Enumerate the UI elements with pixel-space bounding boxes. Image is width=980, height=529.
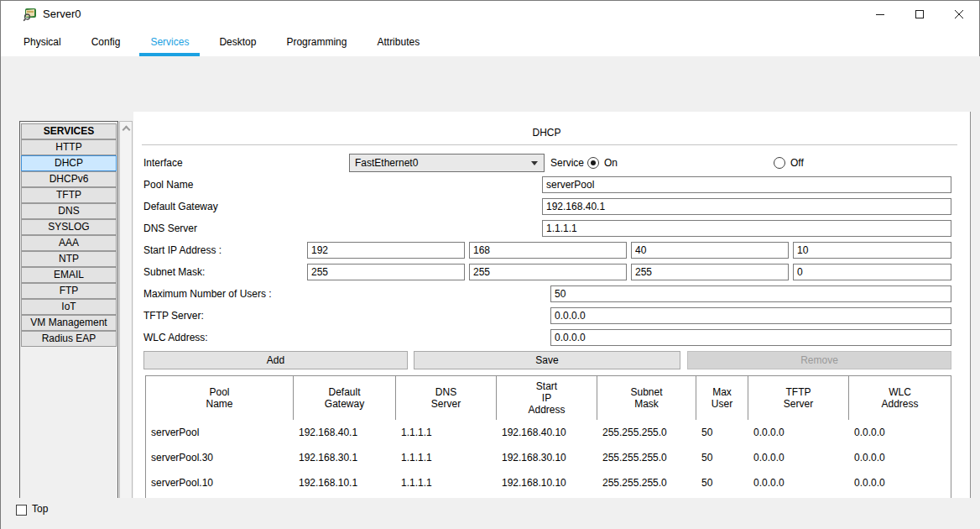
start-ip-octet-3[interactable] bbox=[631, 242, 789, 259]
table-cell: 0.0.0.0 bbox=[748, 470, 849, 495]
sidebar-item-ftp[interactable]: FTP bbox=[21, 283, 117, 299]
table-cell: 50 bbox=[696, 470, 748, 495]
tftp-server-label: TFTP Server: bbox=[143, 307, 204, 324]
sidebar-item-ntp[interactable]: NTP bbox=[21, 251, 117, 267]
subnet-mask-octet-3[interactable] bbox=[631, 264, 789, 280]
service-on-label: On bbox=[604, 154, 618, 172]
close-icon bbox=[955, 10, 964, 19]
sidebar-scrollbar[interactable] bbox=[119, 121, 133, 529]
interface-dropdown-value: FastEthernet0 bbox=[355, 157, 418, 169]
sidebar-item-email[interactable]: EMAIL bbox=[21, 267, 117, 283]
table-header-tftp-server: TFTP Server bbox=[748, 376, 849, 420]
table-cell: 255.255.255.0 bbox=[597, 420, 696, 445]
top-checkbox[interactable] bbox=[16, 505, 27, 516]
sidebar-item-radius-eap[interactable]: Radius EAP bbox=[21, 331, 117, 347]
chevron-down-icon bbox=[531, 161, 538, 165]
save-button[interactable]: Save bbox=[414, 351, 680, 369]
wlc-address-input[interactable] bbox=[550, 329, 951, 346]
sidebar-item-http[interactable]: HTTP bbox=[21, 139, 117, 155]
minimize-icon bbox=[876, 10, 885, 19]
table-cell: serverPool bbox=[146, 420, 294, 445]
sidebar-item-dhcpv6[interactable]: DHCPv6 bbox=[21, 171, 117, 187]
table-header-dns-server: DNS Server bbox=[396, 376, 497, 420]
subnet-mask-octet-2[interactable] bbox=[469, 264, 627, 280]
table-cell: 1.1.1.1 bbox=[396, 445, 497, 470]
tab-services[interactable]: Services bbox=[139, 31, 200, 56]
server-device-icon bbox=[23, 7, 38, 22]
tftp-server-input[interactable] bbox=[550, 307, 951, 324]
tab-physical[interactable]: Physical bbox=[13, 31, 72, 56]
table-cell: 192.168.30.1 bbox=[294, 445, 396, 470]
service-on-radio[interactable] bbox=[587, 157, 599, 169]
separator-line bbox=[142, 144, 957, 145]
tab-config[interactable]: Config bbox=[81, 31, 132, 56]
maximize-button[interactable] bbox=[900, 1, 939, 28]
table-cell: 0.0.0.0 bbox=[748, 445, 849, 470]
start-ip-octet-2[interactable] bbox=[469, 242, 627, 259]
table-cell: 255.255.255.0 bbox=[597, 470, 696, 495]
tab-attributes[interactable]: Attributes bbox=[366, 31, 430, 56]
scroll-up-icon[interactable] bbox=[122, 126, 131, 134]
sidebar-item-dhcp[interactable]: DHCP bbox=[21, 155, 117, 171]
table-cell: 255.255.255.0 bbox=[597, 445, 696, 470]
titlebar: Server0 bbox=[1, 1, 979, 28]
service-label: Service bbox=[550, 154, 584, 172]
subnet-mask-label: Subnet Mask: bbox=[143, 264, 205, 280]
footer-bar: Top bbox=[1, 498, 980, 529]
close-button[interactable] bbox=[940, 1, 978, 28]
sidebar-item-dns[interactable]: DNS bbox=[21, 203, 117, 219]
dhcp-heading: DHCP bbox=[142, 127, 951, 139]
table-cell: serverPool.30 bbox=[146, 445, 294, 470]
pool-name-input[interactable] bbox=[542, 176, 951, 193]
services-sidebar: SERVICESHTTPDHCPDHCPv6TFTPDNSSYSLOGAAANT… bbox=[19, 121, 118, 529]
minimize-button[interactable] bbox=[861, 1, 899, 28]
table-cell: 50 bbox=[696, 420, 748, 445]
sidebar-item-syslog[interactable]: SYSLOG bbox=[21, 219, 117, 235]
sidebar-item-aaa[interactable]: AAA bbox=[21, 235, 117, 251]
sidebar-item-iot[interactable]: IoT bbox=[21, 299, 117, 315]
add-button[interactable]: Add bbox=[143, 351, 408, 369]
table-header-subnet-mask: Subnet Mask bbox=[597, 376, 696, 420]
interface-label: Interface bbox=[143, 154, 183, 172]
tab-desktop[interactable]: Desktop bbox=[208, 31, 267, 56]
default-gateway-label: Default Gateway bbox=[143, 198, 218, 215]
pool-name-label: Pool Name bbox=[143, 176, 193, 193]
service-off-label: Off bbox=[790, 154, 804, 172]
tab-programming[interactable]: Programming bbox=[275, 31, 357, 56]
table-cell: 50 bbox=[696, 445, 748, 470]
table-header-wlc-address: WLC Address bbox=[849, 376, 951, 420]
table-row[interactable]: serverPool.30192.168.30.11.1.1.1192.168.… bbox=[146, 445, 951, 470]
start-ip-octet-1[interactable] bbox=[307, 242, 465, 259]
subnet-mask-octet-1[interactable] bbox=[307, 264, 465, 280]
max-users-label: Maximum Number of Users : bbox=[143, 285, 272, 302]
max-users-input[interactable] bbox=[550, 285, 951, 302]
table-header-max-user: Max User bbox=[696, 376, 748, 420]
service-off-radio[interactable] bbox=[774, 157, 785, 169]
window-title: Server0 bbox=[43, 1, 81, 28]
subnet-mask-octet-4[interactable] bbox=[793, 264, 951, 280]
tab-bar: PhysicalConfigServicesDesktopProgramming… bbox=[1, 28, 979, 56]
start-ip-octet-4[interactable] bbox=[793, 242, 951, 259]
table-cell: 0.0.0.0 bbox=[849, 445, 951, 470]
table-cell: 192.168.40.10 bbox=[497, 420, 597, 445]
table-cell: 0.0.0.0 bbox=[849, 470, 951, 495]
dns-server-label: DNS Server bbox=[143, 220, 197, 237]
wlc-address-label: WLC Address: bbox=[143, 329, 208, 346]
table-cell: 192.168.10.1 bbox=[294, 470, 396, 495]
top-checkbox-label: Top bbox=[32, 503, 48, 515]
server-window: Server0 PhysicalConfigServicesDesktopPro… bbox=[0, 0, 980, 529]
table-cell: 192.168.40.1 bbox=[294, 420, 396, 445]
dns-server-input[interactable] bbox=[542, 220, 951, 237]
table-cell: 0.0.0.0 bbox=[849, 420, 951, 445]
table-row[interactable]: serverPool.10192.168.10.11.1.1.1192.168.… bbox=[146, 470, 951, 495]
table-header-pool-name: Pool Name bbox=[146, 376, 294, 420]
services-page: SERVICESHTTPDHCPDHCPv6TFTPDNSSYSLOGAAANT… bbox=[1, 56, 980, 498]
default-gateway-input[interactable] bbox=[542, 198, 951, 215]
sidebar-item-vm-management[interactable]: VM Management bbox=[21, 315, 117, 331]
table-row[interactable]: serverPool192.168.40.11.1.1.1192.168.40.… bbox=[146, 420, 951, 445]
maximize-icon bbox=[915, 10, 925, 19]
interface-dropdown[interactable]: FastEthernet0 bbox=[349, 154, 545, 172]
table-cell: 192.168.30.10 bbox=[497, 445, 597, 470]
sidebar-item-tftp[interactable]: TFTP bbox=[21, 187, 117, 203]
table-header-default-gateway: Default Gateway bbox=[294, 376, 396, 420]
